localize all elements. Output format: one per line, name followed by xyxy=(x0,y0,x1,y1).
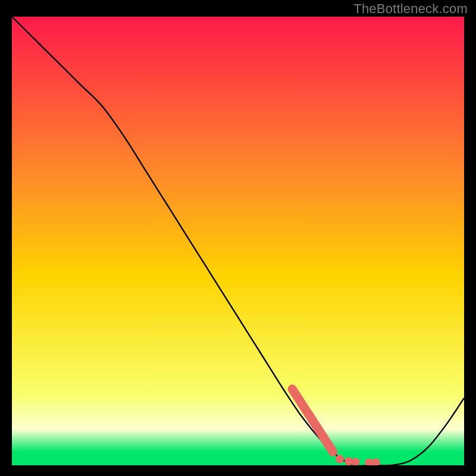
bottleneck-chart xyxy=(12,17,464,465)
highlight-dot xyxy=(336,455,344,463)
chart-frame: TheBottleneck.com xyxy=(0,0,476,476)
plot-area xyxy=(12,17,464,465)
watermark-text: TheBottleneck.com xyxy=(353,1,468,17)
